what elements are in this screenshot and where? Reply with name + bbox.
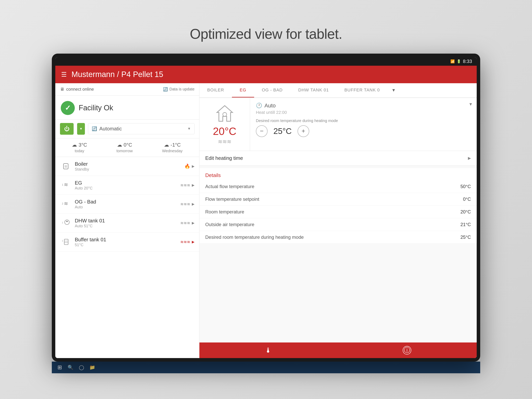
check-icon: ✓ — [65, 104, 71, 112]
eg-icon: 1 ≋ — [60, 179, 72, 191]
detail-value-3: 21°C — [460, 222, 471, 227]
eg-arrow-icon: ▶ — [192, 183, 195, 187]
weather-wednesday-label: Wednesday — [162, 149, 183, 153]
auto-dropdown[interactable]: 🔄 Automatic ▼ — [88, 123, 195, 134]
boiler-icon — [60, 160, 72, 172]
dhw-info: DHW tank 01 Auto 51°C — [75, 218, 180, 228]
signal-icon: 📶 — [450, 59, 455, 64]
detail-row-4: Desired room temperature during heating … — [199, 231, 477, 244]
boiler-name: Boiler — [75, 161, 184, 167]
details-header: Details — [199, 168, 477, 180]
buffer-icon: 1 — [60, 236, 72, 248]
dhw-arrow-icon: ▶ — [192, 221, 195, 225]
power-dropdown-arrow[interactable]: ▼ — [77, 123, 85, 135]
svg-rect-0 — [63, 164, 68, 169]
auto-mode-label: Auto — [265, 103, 276, 109]
tab-buffer-tank[interactable]: BUFFER TANK 0 — [336, 83, 387, 98]
taskbar-start[interactable]: ⊞ — [56, 364, 63, 371]
auto-label: Automatic — [99, 126, 122, 132]
detail-row-2: Room temperature 20°C — [199, 206, 477, 218]
bottom-temp-button[interactable]: 🌡 — [257, 346, 280, 354]
cloud-wind-icon: ☁ — [164, 142, 169, 148]
heat-lines-icon: ≋≋≋ — [218, 138, 231, 145]
dhw-icon: 1 — [60, 217, 72, 229]
device-item-boiler[interactable]: Boiler Standby 🔥 ▶ — [55, 157, 199, 176]
power-icon: ⏻ — [64, 125, 70, 132]
increase-temp-button[interactable]: + — [298, 125, 309, 137]
house-icon — [215, 104, 234, 123]
weather-today-value: 3°C — [78, 142, 87, 148]
detail-label-3: Outside air temperature — [205, 222, 254, 227]
og-bad-name: OG - Bad — [75, 199, 180, 205]
eg-name: EG — [75, 180, 180, 186]
og-bad-status: Auto — [75, 205, 180, 209]
clock-icon: 🕐 — [256, 103, 262, 109]
device-item-buffer[interactable]: 1 Buffer tank 01 51°C ≋≋≋ ▶ — [55, 233, 199, 251]
cortana-icon: ◯ — [79, 365, 84, 370]
eg-status: Auto 20°C — [75, 186, 180, 190]
detail-row-0: Actual flow temperature 50°C — [199, 180, 477, 193]
og-bad-arrow-icon: ▶ — [192, 202, 195, 206]
tabs-bar: BOILER EG OG - BAD DHW TANK 01 BUFFER TA… — [199, 83, 477, 98]
detail-value-1: 0°C — [463, 196, 471, 202]
thermometer-icon: 🌡 — [265, 346, 272, 354]
connect-online-label: connect online — [66, 87, 94, 92]
og-bad-heat-icon: ≋≋≋ — [180, 202, 190, 206]
svg-text:≋: ≋ — [64, 182, 68, 188]
app-bar: ☰ Mustermann / P4 Pellet 15 — [55, 66, 477, 83]
right-content: 20°C ≋≋≋ 🕐 Auto Heat untill 22:00 Desire… — [199, 98, 477, 342]
refresh-icon: 🔄 — [163, 87, 168, 92]
bottom-bar: 🌡 ⓘ — [199, 342, 477, 358]
temp-control: − 25°C + — [256, 125, 471, 137]
device-item-eg[interactable]: 1 ≋ EG Auto 20°C ≋≋≋ ▶ — [55, 176, 199, 195]
boiler-temp-display: 20°C — [213, 125, 236, 137]
weather-today-temp: ☁ 3°C — [72, 142, 87, 148]
svg-rect-10 — [64, 239, 68, 245]
weather-tomorrow-temp: ☁ 0°C — [117, 142, 132, 148]
dhw-name: DHW tank 01 — [75, 218, 180, 224]
network-icon: 🖥 — [60, 87, 64, 92]
tab-eg[interactable]: EG — [232, 83, 254, 98]
edit-heating-time[interactable]: Edit heating time ▶ — [199, 151, 477, 166]
device-item-dhw[interactable]: 1 DHW tank 01 Auto 51°C ≋≋≋ ▶ — [55, 214, 199, 233]
taskbar-search[interactable]: 🔍 — [67, 364, 74, 371]
boiler-info: Boiler Standby — [75, 161, 184, 171]
dhw-status: Auto 51°C — [75, 224, 180, 228]
eg-info: EG Auto 20°C — [75, 180, 180, 190]
battery-icon: 🔋 — [457, 59, 461, 64]
svg-text:≋: ≋ — [64, 201, 68, 206]
boiler-left: 20°C ≋≋≋ — [199, 98, 250, 151]
weather-wednesday-value: -1°C — [171, 142, 181, 148]
facility-ok-text: Facility Ok — [79, 104, 113, 112]
tab-og-bad[interactable]: OG - BAD — [254, 83, 291, 98]
boiler-arrow-icon: ▶ — [192, 164, 195, 168]
taskbar-cortana[interactable]: ◯ — [77, 364, 85, 371]
menu-icon[interactable]: ☰ — [61, 71, 67, 78]
device-item-og-bad[interactable]: 2 ≋ OG - Bad Auto ≋≋≋ ▶ — [55, 195, 199, 214]
svg-text:1: 1 — [62, 240, 63, 242]
heat-until: Heat untill 22:00 — [256, 110, 471, 115]
dhw-heat-icon: ≋≋≋ — [180, 221, 190, 225]
edit-heating-arrow-icon: ▶ — [468, 156, 471, 160]
detail-value-4: 25°C — [460, 235, 471, 240]
status-icons: 📶 🔋 — [450, 59, 461, 64]
weather-section: ☁ 3°C today ☁ 0°C tomorrow — [55, 138, 199, 157]
weather-today: ☁ 3°C today — [72, 142, 87, 153]
weather-tomorrow-label: tomorrow — [116, 149, 133, 153]
chevron-down-icon: ▼ — [79, 127, 82, 131]
taskbar-files[interactable]: 📁 — [89, 364, 96, 371]
weather-wednesday: ☁ -1°C Wednesday — [162, 142, 183, 153]
tab-boiler[interactable]: BOILER — [199, 83, 232, 98]
svg-text:1: 1 — [62, 183, 63, 186]
detail-label-2: Room temperature — [205, 209, 244, 215]
status-bar: 📶 🔋 8:33 — [55, 57, 477, 66]
dropdown-chevron-icon: ▼ — [187, 127, 191, 131]
power-button[interactable]: ⏻ — [60, 123, 74, 135]
decrease-temp-button[interactable]: − — [256, 125, 267, 137]
flame-icon: 🔥 — [184, 164, 190, 169]
bottom-info-button[interactable]: ⓘ — [395, 346, 419, 354]
tab-more[interactable]: ▼ — [388, 83, 400, 98]
connect-online[interactable]: 🖥 connect online — [60, 87, 94, 92]
tab-dhw-tank[interactable]: DHW TANK 01 — [291, 83, 337, 98]
sidebar-header: 🖥 connect online 🔄 Data is update — [55, 83, 199, 96]
